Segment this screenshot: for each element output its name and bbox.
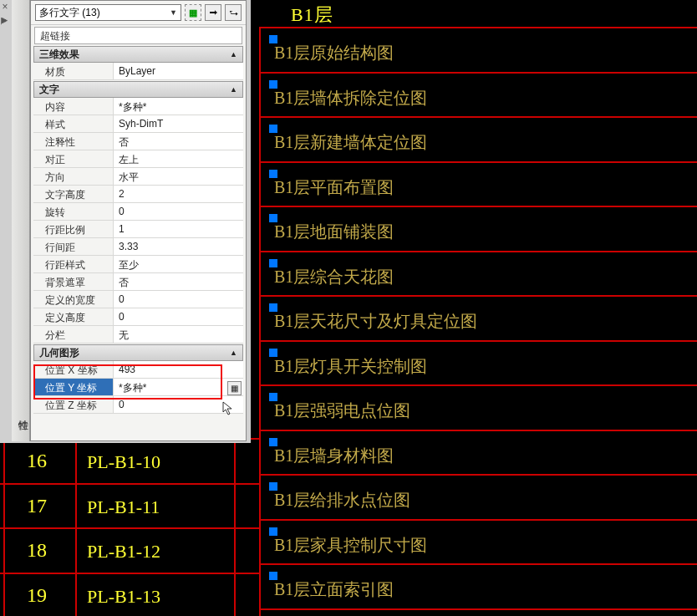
grip-handle-icon[interactable] <box>269 259 277 267</box>
drawing-title[interactable]: B1层墙身材料图 <box>274 445 394 467</box>
section-header-geometry[interactable]: 几何图形 ▲ <box>33 344 243 361</box>
toggle-pim-button[interactable]: ⮑ <box>225 4 242 21</box>
grid-hline <box>259 206 697 207</box>
property-label: 位置 Z 坐标 <box>33 396 114 413</box>
grip-handle-icon[interactable] <box>269 482 277 491</box>
drawing-title[interactable]: B1层墙体拆除定位图 <box>274 87 427 109</box>
drawing-title[interactable]: B1层强弱电点位图 <box>274 400 410 422</box>
property-value[interactable]: 无 <box>114 326 243 343</box>
object-type-select[interactable]: 多行文字 (13) ▼ <box>35 4 181 21</box>
grip-handle-icon[interactable] <box>269 170 277 178</box>
section-header-text[interactable]: 文字 ▲ <box>33 81 243 98</box>
grid-hline <box>259 608 697 610</box>
property-value[interactable]: 左上 <box>114 150 243 167</box>
property-row[interactable]: 方向水平 <box>33 168 243 186</box>
drawing-title[interactable]: B1层地面铺装图 <box>274 221 394 243</box>
grid-hline <box>259 340 697 342</box>
property-label: 注释性 <box>33 133 114 150</box>
property-row[interactable]: 材质ByLayer <box>33 63 243 80</box>
property-label: 材质 <box>33 63 114 79</box>
grip-handle-icon[interactable] <box>269 572 277 580</box>
property-value[interactable]: 水平 <box>114 168 243 185</box>
property-row[interactable]: 定义高度0 <box>33 308 243 326</box>
property-label: 样式 <box>33 115 114 132</box>
select-similar-button[interactable]: ▦ <box>185 4 201 21</box>
drawing-title[interactable]: B1层灯具开关控制图 <box>274 355 427 378</box>
property-row[interactable]: 位置 X 坐标493 <box>33 361 243 379</box>
grip-handle-icon[interactable] <box>269 35 277 43</box>
property-row[interactable]: 位置 Z 坐标0 <box>33 396 243 414</box>
grid-hline <box>0 483 261 485</box>
quick-select-button[interactable]: ⮕ <box>205 4 221 21</box>
property-value[interactable]: 否 <box>114 133 243 150</box>
property-value[interactable]: *多种* <box>114 98 243 115</box>
panel-title-strip[interactable] <box>12 0 30 441</box>
property-row[interactable]: 分栏无 <box>33 326 243 344</box>
property-row[interactable]: 定义的宽度0 <box>33 291 243 308</box>
property-value[interactable]: 0 <box>114 308 243 325</box>
grip-handle-icon[interactable] <box>269 393 277 401</box>
drawing-title[interactable]: B1层天花尺寸及灯具定位图 <box>274 310 477 333</box>
object-type-value: 多行文字 (13) <box>39 6 100 20</box>
panel-close-icon[interactable]: × <box>0 2 10 12</box>
property-row[interactable]: 样式Syh-DimT <box>33 115 243 133</box>
drawing-title[interactable]: B1层新建墙体定位图 <box>274 131 427 154</box>
grip-handle-icon[interactable] <box>269 303 277 312</box>
grip-handle-icon[interactable] <box>269 125 277 133</box>
drawing-title[interactable]: B1层立面索引图 <box>274 578 394 601</box>
property-value[interactable]: 0 <box>114 203 243 220</box>
drawing-title[interactable]: B1层综合天花图 <box>274 266 394 288</box>
property-value[interactable]: 1 <box>114 221 243 237</box>
property-value[interactable]: 0 <box>114 396 243 413</box>
property-value[interactable]: Syh-DimT <box>114 115 243 132</box>
property-label: 位置 Y 坐标 <box>33 379 114 395</box>
properties-panel-wrap: × ⯈ 特性 多行文字 (13) ▼ ▦ ⮕ ⮑ 超链接 三维效果 ▲ 材质By… <box>0 0 251 443</box>
collapse-icon: ▲ <box>230 50 237 59</box>
section-header-3d[interactable]: 三维效果 ▲ <box>33 46 243 63</box>
grip-handle-icon[interactable] <box>269 214 277 222</box>
grip-handle-icon[interactable] <box>269 349 277 357</box>
property-value[interactable]: ByLayer <box>114 63 243 79</box>
calculator-icon[interactable]: ▦ <box>227 381 242 395</box>
property-row[interactable]: 背景遮罩否 <box>33 273 243 291</box>
property-row[interactable]: 位置 Y 坐标*多种*▦ <box>33 379 243 396</box>
property-row[interactable]: 文字高度2 <box>33 186 243 203</box>
grip-handle-icon[interactable] <box>269 438 277 446</box>
row-number: 18 <box>12 539 62 562</box>
drawing-header-title: B1层 <box>291 3 333 28</box>
property-value[interactable]: 3.33 <box>114 238 243 255</box>
hyperlink-field[interactable]: 超链接 <box>34 27 242 44</box>
row-number: 16 <box>12 450 62 472</box>
drawing-title[interactable]: B1层原始结构图 <box>274 42 394 64</box>
property-row[interactable]: 行距比例1 <box>33 221 243 238</box>
property-value[interactable]: 至少 <box>114 256 243 272</box>
property-label: 定义高度 <box>33 308 114 325</box>
grip-handle-icon[interactable] <box>269 80 277 89</box>
grid-hline <box>259 519 697 521</box>
section-geometry: 几何图形 ▲ 位置 X 坐标493位置 Y 坐标*多种*▦位置 Z 坐标0 <box>33 344 243 414</box>
property-row[interactable]: 行距样式至少 <box>33 256 243 273</box>
property-label: 旋转 <box>33 203 114 220</box>
property-row[interactable]: 注释性否 <box>33 133 243 150</box>
drawing-title[interactable]: B1层给排水点位图 <box>274 489 410 512</box>
grid-hline <box>259 563 697 565</box>
property-label: 行距样式 <box>33 256 114 272</box>
drawing-title[interactable]: B1层平面布置图 <box>274 176 394 199</box>
property-value[interactable]: 否 <box>114 273 243 290</box>
property-label: 对正 <box>33 150 114 167</box>
property-value[interactable]: 493 <box>114 361 243 378</box>
property-value[interactable]: 0 <box>114 291 243 308</box>
collapse-icon: ▲ <box>230 85 237 94</box>
property-row[interactable]: 旋转0 <box>33 203 243 221</box>
row-number: 19 <box>12 584 62 607</box>
grip-handle-icon[interactable] <box>269 527 277 536</box>
property-label: 文字高度 <box>33 186 114 202</box>
drawing-title[interactable]: B1层家具控制尺寸图 <box>274 534 427 557</box>
property-row[interactable]: 对正左上 <box>33 150 243 168</box>
property-row[interactable]: 内容*多种* <box>33 98 243 115</box>
property-value[interactable]: *多种*▦ <box>114 379 243 395</box>
property-row[interactable]: 行间距3.33 <box>33 238 243 256</box>
row-number: 17 <box>12 495 62 517</box>
property-value[interactable]: 2 <box>114 186 243 202</box>
panel-collapse-icon[interactable]: ⯈ <box>0 17 10 27</box>
